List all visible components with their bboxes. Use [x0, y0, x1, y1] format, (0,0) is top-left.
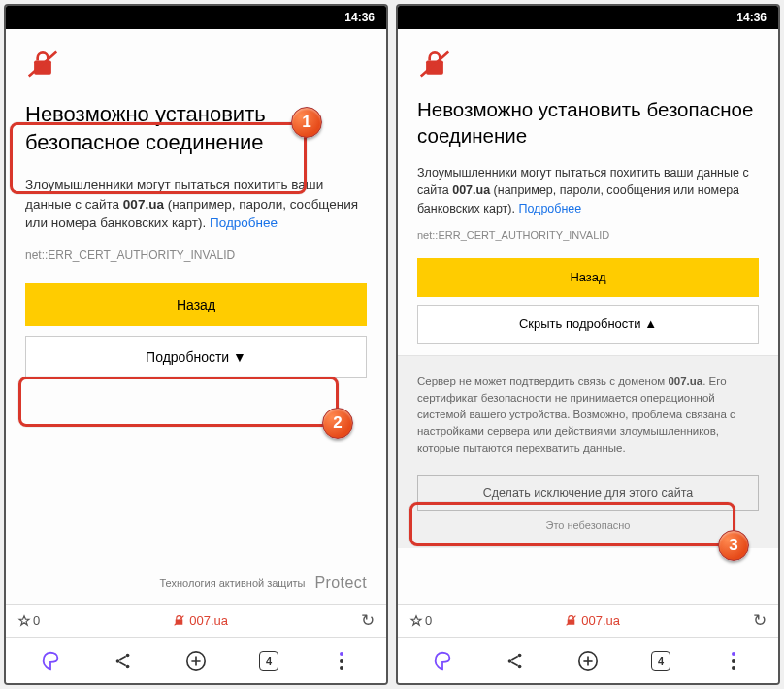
- details-button[interactable]: Подробности ▼: [25, 336, 367, 378]
- url-bar[interactable]: 0 007.ua ↻: [6, 604, 386, 637]
- share-icon[interactable]: [496, 641, 535, 680]
- svg-point-14: [507, 659, 511, 663]
- status-bar: 14:36: [398, 6, 778, 29]
- tabs-icon[interactable]: 4: [249, 641, 288, 680]
- error-code: net::ERR_CERT_AUTHORITY_INVALID: [417, 229, 759, 241]
- annotation-highlight-2: [18, 377, 339, 427]
- exception-button[interactable]: Сделать исключение для этого сайта: [417, 475, 759, 511]
- page-content: Невозможно установить безопасное соедине…: [6, 29, 386, 604]
- bookmark-star[interactable]: 0: [17, 613, 40, 628]
- phone-screenshot-left: 14:36 Невозможно установить безопасное с…: [4, 4, 388, 685]
- svg-line-6: [119, 656, 125, 660]
- svg-line-17: [511, 656, 517, 660]
- url-display[interactable]: 007.ua: [432, 613, 753, 628]
- title-wrap: Невозможно установить безопасное соедине…: [25, 101, 367, 156]
- refresh-icon[interactable]: ↻: [753, 610, 767, 631]
- more-icon[interactable]: [322, 641, 361, 680]
- bottom-nav: 4: [6, 637, 386, 683]
- phone-screenshot-right: 14:36 Невозможно установить безопасное с…: [396, 4, 780, 685]
- new-tab-icon[interactable]: [177, 641, 215, 680]
- protect-logo: Protect: [315, 574, 368, 592]
- insecure-icon: [565, 614, 577, 627]
- svg-point-4: [126, 653, 130, 657]
- more-link[interactable]: Подробнее: [518, 202, 581, 215]
- status-bar: 14:36: [6, 6, 386, 29]
- bottom-nav: 4: [398, 637, 778, 683]
- svg-point-15: [518, 653, 522, 657]
- status-time: 14:36: [736, 11, 767, 24]
- insecure-lock-icon: [25, 49, 60, 80]
- insecure-lock-icon: [417, 49, 452, 80]
- svg-point-5: [126, 664, 130, 668]
- svg-line-7: [119, 661, 125, 665]
- page-content: Невозможно установить безопасное соедине…: [398, 29, 778, 604]
- hide-details-button[interactable]: Скрыть подробности ▲: [417, 305, 759, 344]
- home-icon[interactable]: [31, 641, 70, 680]
- insecure-icon: [173, 614, 185, 627]
- back-button[interactable]: Назад: [25, 283, 367, 326]
- protect-tagline: Технология активной защиты: [159, 577, 305, 589]
- details-section: Сервер не может подтвердить связь с доме…: [398, 355, 778, 548]
- refresh-icon[interactable]: ↻: [361, 610, 375, 631]
- home-icon[interactable]: [423, 641, 462, 680]
- back-button[interactable]: Назад: [417, 258, 759, 297]
- svg-point-3: [115, 659, 119, 663]
- url-display[interactable]: 007.ua: [40, 613, 361, 628]
- protect-footer: Технология активной защиты Protect: [159, 574, 367, 592]
- error-description: Злоумышленники могут пытаться похитить в…: [417, 164, 759, 216]
- svg-line-18: [511, 661, 517, 665]
- error-description: Злоумышленники могут пытаться похитить в…: [25, 176, 367, 233]
- annotation-badge-2: 2: [322, 408, 353, 439]
- tabs-icon[interactable]: 4: [641, 641, 680, 680]
- url-bar[interactable]: 0 007.ua ↻: [398, 604, 778, 637]
- share-icon[interactable]: [104, 641, 143, 680]
- more-link[interactable]: Подробнее: [210, 215, 278, 230]
- details-text: Сервер не может подтвердить связь с доме…: [417, 374, 759, 457]
- new-tab-icon[interactable]: [569, 641, 607, 680]
- unsafe-warning: Это небезопасно: [417, 519, 759, 531]
- status-time: 14:36: [344, 11, 375, 24]
- more-icon[interactable]: [714, 641, 753, 680]
- svg-point-16: [518, 664, 522, 668]
- error-code: net::ERR_CERT_AUTHORITY_INVALID: [25, 248, 367, 262]
- bookmark-star[interactable]: 0: [409, 613, 432, 628]
- error-title: Невозможно установить безопасное соедине…: [25, 101, 367, 156]
- error-title: Невозможно установить безопасное соедине…: [417, 97, 759, 148]
